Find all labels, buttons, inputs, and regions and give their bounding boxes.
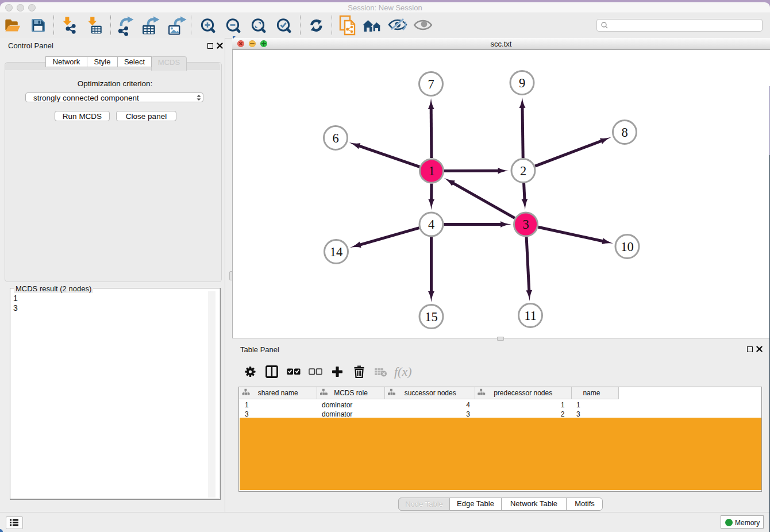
svg-text:1: 1 [576, 401, 580, 409]
svg-text:successor nodes: successor nodes [405, 389, 456, 397]
svg-text:MCDS role: MCDS role [334, 389, 368, 397]
svg-text:10: 10 [621, 240, 634, 254]
svg-text:6: 6 [332, 131, 338, 145]
svg-text:15: 15 [425, 310, 438, 324]
svg-text:shared name: shared name [258, 389, 298, 397]
svg-text:3: 3 [576, 410, 580, 418]
svg-text:7: 7 [428, 77, 434, 91]
svg-text:4: 4 [428, 217, 434, 232]
svg-text:2: 2 [520, 164, 526, 178]
svg-text:name: name [583, 389, 600, 397]
svg-text:1: 1 [561, 401, 565, 409]
svg-text:14: 14 [330, 245, 343, 259]
svg-text:9: 9 [519, 76, 525, 90]
svg-text:8: 8 [621, 125, 627, 140]
svg-text:11: 11 [524, 309, 537, 323]
svg-text:3: 3 [245, 410, 249, 418]
svg-text:dominator: dominator [322, 410, 352, 418]
svg-text:1: 1 [245, 401, 249, 409]
svg-text:3: 3 [466, 410, 470, 418]
svg-text:f(x): f(x) [394, 364, 412, 379]
svg-text:predecessor nodes: predecessor nodes [494, 389, 552, 397]
svg-text:1: 1 [428, 164, 434, 178]
svg-text:3: 3 [522, 217, 529, 232]
svg-text:2: 2 [561, 410, 565, 418]
svg-text:4: 4 [466, 401, 470, 409]
svg-text:dominator: dominator [322, 401, 352, 409]
